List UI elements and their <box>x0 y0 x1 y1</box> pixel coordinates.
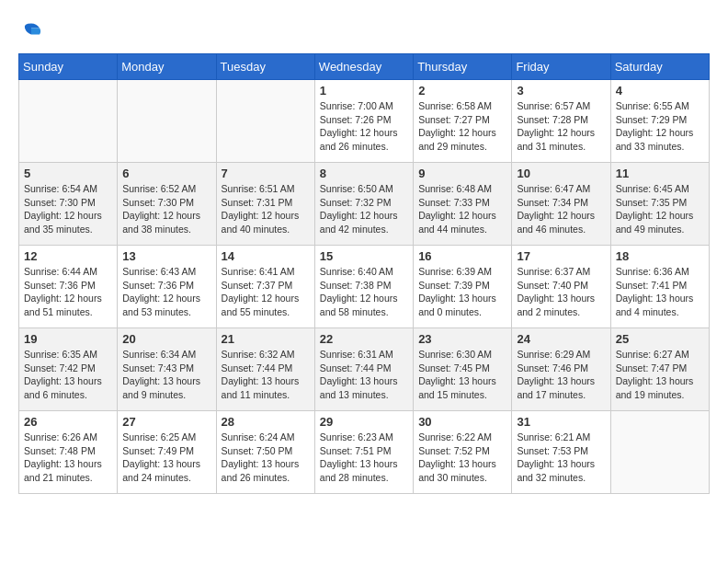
day-number: 19 <box>24 332 112 346</box>
day-number: 14 <box>222 249 310 263</box>
day-detail: Sunrise: 6:23 AMSunset: 7:51 PMDaylight:… <box>320 431 408 485</box>
calendar-cell: 31Sunrise: 6:21 AMSunset: 7:53 PMDayligh… <box>512 411 610 494</box>
day-number: 30 <box>418 415 506 429</box>
calendar-cell: 12Sunrise: 6:44 AMSunset: 7:36 PMDayligh… <box>19 246 118 328</box>
calendar-cell <box>19 80 118 163</box>
calendar-cell: 3Sunrise: 6:57 AMSunset: 7:28 PMDaylight… <box>512 80 610 163</box>
calendar-week-row: 12Sunrise: 6:44 AMSunset: 7:36 PMDayligh… <box>19 246 710 328</box>
day-detail: Sunrise: 6:47 AMSunset: 7:34 PMDaylight:… <box>517 182 605 236</box>
day-number: 1 <box>320 84 408 98</box>
calendar-cell: 26Sunrise: 6:26 AMSunset: 7:48 PMDayligh… <box>19 411 118 494</box>
day-detail: Sunrise: 6:41 AMSunset: 7:37 PMDaylight:… <box>222 265 310 319</box>
day-detail: Sunrise: 6:50 AMSunset: 7:32 PMDaylight:… <box>320 182 408 236</box>
day-number: 23 <box>418 332 506 346</box>
calendar-cell: 4Sunrise: 6:55 AMSunset: 7:29 PMDaylight… <box>610 80 709 163</box>
day-detail: Sunrise: 6:36 AMSunset: 7:41 PMDaylight:… <box>616 265 704 319</box>
day-number: 29 <box>320 415 408 429</box>
day-detail: Sunrise: 6:58 AMSunset: 7:27 PMDaylight:… <box>418 99 506 154</box>
day-number: 28 <box>222 415 310 429</box>
day-detail: Sunrise: 6:57 AMSunset: 7:28 PMDaylight:… <box>517 99 605 154</box>
calendar-cell <box>216 80 314 163</box>
calendar-cell: 2Sunrise: 6:58 AMSunset: 7:27 PMDaylight… <box>414 80 512 163</box>
day-number: 9 <box>418 167 506 180</box>
calendar-cell: 15Sunrise: 6:40 AMSunset: 7:38 PMDayligh… <box>314 246 413 328</box>
calendar-cell: 29Sunrise: 6:23 AMSunset: 7:51 PMDayligh… <box>314 411 413 494</box>
day-detail: Sunrise: 6:25 AMSunset: 7:49 PMDaylight:… <box>122 431 210 485</box>
day-number: 15 <box>320 249 408 263</box>
calendar-cell: 16Sunrise: 6:39 AMSunset: 7:39 PMDayligh… <box>414 246 512 328</box>
calendar-week-row: 1Sunrise: 7:00 AMSunset: 7:26 PMDaylight… <box>19 80 710 163</box>
day-detail: Sunrise: 6:24 AMSunset: 7:50 PMDaylight:… <box>222 431 310 485</box>
calendar-week-row: 19Sunrise: 6:35 AMSunset: 7:42 PMDayligh… <box>19 328 710 411</box>
calendar-cell: 13Sunrise: 6:43 AMSunset: 7:36 PMDayligh… <box>118 246 216 328</box>
day-of-week-wednesday: Wednesday <box>314 54 413 80</box>
calendar-cell: 17Sunrise: 6:37 AMSunset: 7:40 PMDayligh… <box>512 246 610 328</box>
calendar-cell: 25Sunrise: 6:27 AMSunset: 7:47 PMDayligh… <box>610 328 709 411</box>
day-detail: Sunrise: 6:48 AMSunset: 7:33 PMDaylight:… <box>418 182 506 236</box>
day-detail: Sunrise: 6:34 AMSunset: 7:43 PMDaylight:… <box>122 348 210 402</box>
day-number: 5 <box>24 167 112 180</box>
day-number: 17 <box>517 249 605 263</box>
logo <box>18 18 48 44</box>
day-number: 31 <box>517 415 605 429</box>
day-of-week-tuesday: Tuesday <box>216 54 314 80</box>
calendar-cell: 19Sunrise: 6:35 AMSunset: 7:42 PMDayligh… <box>19 328 118 411</box>
day-number: 10 <box>517 167 605 180</box>
calendar-cell: 24Sunrise: 6:29 AMSunset: 7:46 PMDayligh… <box>512 328 610 411</box>
day-detail: Sunrise: 6:29 AMSunset: 7:46 PMDaylight:… <box>517 348 605 402</box>
day-detail: Sunrise: 6:54 AMSunset: 7:30 PMDaylight:… <box>24 182 112 236</box>
day-detail: Sunrise: 6:51 AMSunset: 7:31 PMDaylight:… <box>222 182 310 236</box>
day-number: 22 <box>320 332 408 346</box>
day-of-week-saturday: Saturday <box>610 54 709 80</box>
day-number: 2 <box>418 84 506 98</box>
calendar-cell: 18Sunrise: 6:36 AMSunset: 7:41 PMDayligh… <box>610 246 709 328</box>
day-detail: Sunrise: 6:45 AMSunset: 7:35 PMDaylight:… <box>616 182 704 236</box>
logo-icon <box>18 18 44 44</box>
day-of-week-sunday: Sunday <box>19 54 118 80</box>
calendar-week-row: 5Sunrise: 6:54 AMSunset: 7:30 PMDaylight… <box>19 163 710 246</box>
calendar-cell: 7Sunrise: 6:51 AMSunset: 7:31 PMDaylight… <box>216 163 314 246</box>
calendar-week-row: 26Sunrise: 6:26 AMSunset: 7:48 PMDayligh… <box>19 411 710 494</box>
day-detail: Sunrise: 6:43 AMSunset: 7:36 PMDaylight:… <box>122 265 210 319</box>
day-detail: Sunrise: 6:30 AMSunset: 7:45 PMDaylight:… <box>418 348 506 402</box>
day-number: 25 <box>616 332 704 346</box>
day-number: 27 <box>122 415 210 429</box>
day-number: 21 <box>222 332 310 346</box>
day-number: 11 <box>616 167 704 180</box>
calendar-cell: 1Sunrise: 7:00 AMSunset: 7:26 PMDaylight… <box>314 80 413 163</box>
calendar-cell: 27Sunrise: 6:25 AMSunset: 7:49 PMDayligh… <box>118 411 216 494</box>
day-detail: Sunrise: 6:35 AMSunset: 7:42 PMDaylight:… <box>24 348 112 402</box>
calendar-header-row: SundayMondayTuesdayWednesdayThursdayFrid… <box>19 54 710 80</box>
calendar-cell: 14Sunrise: 6:41 AMSunset: 7:37 PMDayligh… <box>216 246 314 328</box>
day-number: 18 <box>616 249 704 263</box>
day-detail: Sunrise: 6:39 AMSunset: 7:39 PMDaylight:… <box>418 265 506 319</box>
calendar-cell: 30Sunrise: 6:22 AMSunset: 7:52 PMDayligh… <box>414 411 512 494</box>
day-number: 7 <box>222 167 310 180</box>
calendar-cell: 9Sunrise: 6:48 AMSunset: 7:33 PMDaylight… <box>414 163 512 246</box>
day-detail: Sunrise: 6:27 AMSunset: 7:47 PMDaylight:… <box>616 348 704 402</box>
day-detail: Sunrise: 7:00 AMSunset: 7:26 PMDaylight:… <box>320 99 408 154</box>
day-number: 20 <box>122 332 210 346</box>
day-detail: Sunrise: 6:32 AMSunset: 7:44 PMDaylight:… <box>222 348 310 402</box>
day-detail: Sunrise: 6:31 AMSunset: 7:44 PMDaylight:… <box>320 348 408 402</box>
day-number: 8 <box>320 167 408 180</box>
day-number: 26 <box>24 415 112 429</box>
calendar-cell: 5Sunrise: 6:54 AMSunset: 7:30 PMDaylight… <box>19 163 118 246</box>
day-number: 16 <box>418 249 506 263</box>
day-detail: Sunrise: 6:21 AMSunset: 7:53 PMDaylight:… <box>517 431 605 485</box>
page-header <box>18 18 710 44</box>
calendar-cell: 28Sunrise: 6:24 AMSunset: 7:50 PMDayligh… <box>216 411 314 494</box>
calendar-cell: 20Sunrise: 6:34 AMSunset: 7:43 PMDayligh… <box>118 328 216 411</box>
calendar-cell: 6Sunrise: 6:52 AMSunset: 7:30 PMDaylight… <box>118 163 216 246</box>
day-detail: Sunrise: 6:26 AMSunset: 7:48 PMDaylight:… <box>24 431 112 485</box>
day-of-week-monday: Monday <box>118 54 216 80</box>
calendar-cell: 23Sunrise: 6:30 AMSunset: 7:45 PMDayligh… <box>414 328 512 411</box>
day-number: 12 <box>24 249 112 263</box>
day-of-week-thursday: Thursday <box>414 54 512 80</box>
calendar-cell: 10Sunrise: 6:47 AMSunset: 7:34 PMDayligh… <box>512 163 610 246</box>
calendar-cell <box>118 80 216 163</box>
calendar-cell: 22Sunrise: 6:31 AMSunset: 7:44 PMDayligh… <box>314 328 413 411</box>
day-number: 3 <box>517 84 605 98</box>
day-number: 6 <box>122 167 210 180</box>
calendar-cell <box>610 411 709 494</box>
